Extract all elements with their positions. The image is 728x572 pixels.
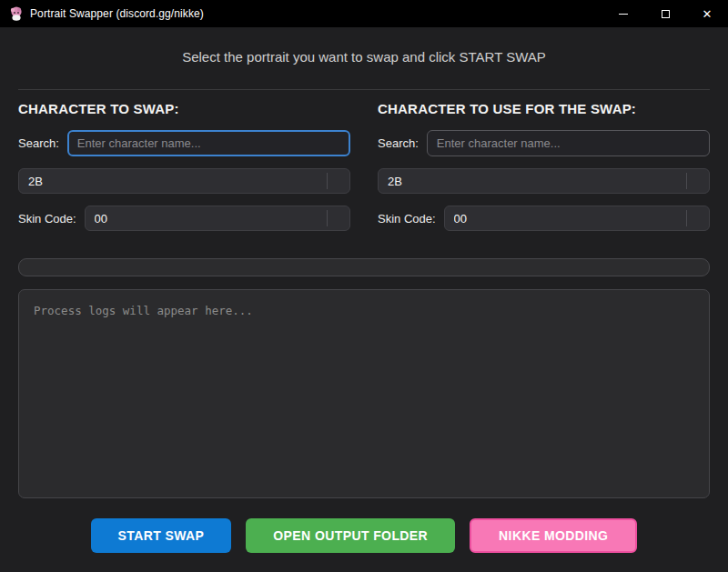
- skin-code-field-left: [85, 206, 350, 231]
- nikke-modding-button[interactable]: NIKKE MODDING: [470, 518, 637, 553]
- skin-code-input-right[interactable]: [454, 206, 678, 230]
- window-title: Portrait Swapper (discord.gg/nikke): [30, 7, 204, 20]
- search-row-left: Search:: [18, 130, 350, 156]
- character-dropdown-right[interactable]: 2B: [378, 168, 710, 194]
- main-content: Select the portrait you want to swap and…: [0, 27, 728, 572]
- maximize-icon: [662, 10, 670, 18]
- search-input-right[interactable]: [427, 130, 710, 156]
- divider: [18, 89, 710, 90]
- search-input-left[interactable]: [67, 130, 350, 156]
- character-dropdown-left[interactable]: 2B: [18, 168, 350, 194]
- open-output-folder-button[interactable]: OPEN OUTPUT FOLDER: [246, 518, 455, 553]
- skin-code-label-left: Skin Code:: [18, 212, 76, 226]
- panel-character-to-swap: CHARACTER TO SWAP: Search: 2B Skin Code:: [18, 101, 350, 243]
- panel-left-heading: CHARACTER TO SWAP:: [18, 101, 350, 116]
- minimize-button[interactable]: [602, 0, 644, 27]
- action-buttons: START SWAP OPEN OUTPUT FOLDER NIKKE MODD…: [18, 518, 710, 553]
- panel-character-to-use: CHARACTER TO USE FOR THE SWAP: Search: 2…: [378, 101, 710, 243]
- search-label-left: Search:: [18, 136, 59, 150]
- dropdown-separator: [686, 173, 687, 189]
- app-window: Portrait Swapper (discord.gg/nikke) ✕ Se…: [0, 0, 728, 572]
- progress-bar: [18, 258, 710, 276]
- skin-code-field-right: [444, 206, 710, 231]
- titlebar[interactable]: Portrait Swapper (discord.gg/nikke) ✕: [0, 0, 728, 27]
- maximize-button[interactable]: [644, 0, 686, 27]
- character-dropdown-left-value: 2B: [28, 175, 43, 188]
- close-icon: ✕: [703, 8, 713, 20]
- skin-code-row-left: Skin Code:: [18, 206, 350, 231]
- character-dropdown-right-value: 2B: [388, 175, 402, 188]
- skin-code-input-left[interactable]: [95, 206, 318, 230]
- log-output[interactable]: Process logs will appear here...: [18, 289, 710, 498]
- spinner-separator: [327, 210, 328, 226]
- spinner-separator: [686, 210, 687, 226]
- panel-right-heading: CHARACTER TO USE FOR THE SWAP:: [378, 101, 710, 116]
- start-swap-button[interactable]: START SWAP: [91, 518, 232, 553]
- close-button[interactable]: ✕: [686, 0, 728, 27]
- search-row-right: Search:: [378, 130, 710, 156]
- minimize-icon: [619, 14, 628, 15]
- app-icon: [8, 5, 25, 22]
- instructions-text: Select the portrait you want to swap and…: [18, 49, 710, 65]
- skin-code-row-right: Skin Code:: [378, 206, 710, 231]
- skin-code-label-right: Skin Code:: [378, 212, 436, 226]
- search-label-right: Search:: [378, 136, 419, 150]
- window-controls: ✕: [602, 0, 728, 27]
- dropdown-separator: [327, 173, 328, 189]
- selection-columns: CHARACTER TO SWAP: Search: 2B Skin Code:: [18, 101, 710, 243]
